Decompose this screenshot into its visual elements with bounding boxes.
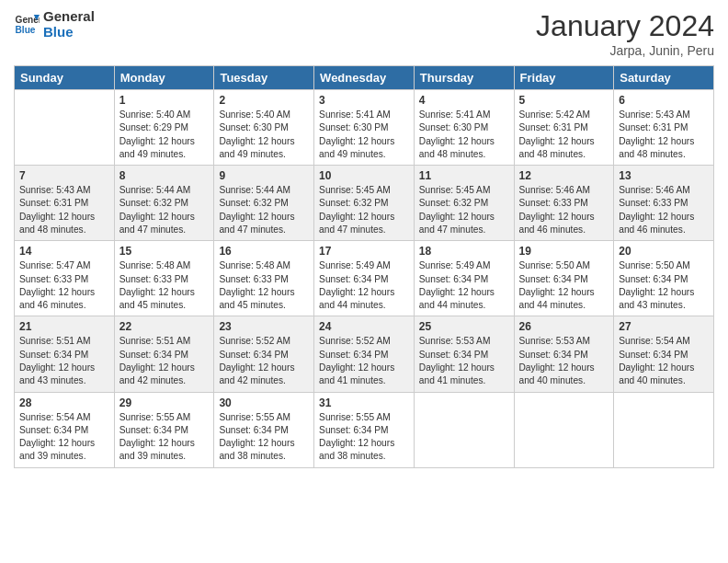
day-number: 9: [219, 169, 309, 182]
calendar-cell: 9Sunrise: 5:44 AMSunset: 6:32 PMDaylight…: [214, 166, 314, 241]
day-number: 15: [119, 245, 210, 258]
day-info-line: Sunrise: 5:54 AM: [619, 336, 690, 346]
day-info-line: Daylight: 12 hours: [319, 136, 394, 146]
day-info-line: Daylight: 12 hours: [219, 438, 294, 448]
day-number: 23: [219, 320, 309, 333]
day-number: 5: [519, 94, 609, 107]
day-info: Sunrise: 5:46 AMSunset: 6:33 PMDaylight:…: [619, 184, 709, 236]
day-info-line: Sunrise: 5:50 AM: [519, 260, 591, 270]
day-info-line: and 39 minutes.: [119, 451, 187, 461]
day-number: 26: [519, 320, 609, 333]
day-info: Sunrise: 5:48 AMSunset: 6:33 PMDaylight:…: [119, 259, 210, 312]
day-info: Sunrise: 5:44 AMSunset: 6:32 PMDaylight:…: [219, 184, 309, 236]
day-info: Sunrise: 5:51 AMSunset: 6:34 PMDaylight:…: [19, 335, 109, 387]
day-info-line: and 47 minutes.: [319, 224, 386, 235]
day-info-line: and 45 minutes.: [219, 300, 286, 310]
calendar-cell: 10Sunrise: 5:45 AMSunset: 6:32 PMDayligh…: [314, 166, 415, 241]
day-info-line: Sunset: 6:34 PM: [119, 350, 188, 360]
day-info: Sunrise: 5:53 AMSunset: 6:34 PMDaylight:…: [519, 335, 609, 387]
day-info-line: Daylight: 12 hours: [219, 136, 294, 146]
day-info-line: Daylight: 12 hours: [119, 136, 195, 146]
day-info-line: Sunrise: 5:51 AM: [19, 336, 91, 346]
day-info-line: Sunrise: 5:52 AM: [219, 336, 290, 346]
day-info-line: Sunset: 6:30 PM: [219, 122, 288, 132]
day-info-line: Daylight: 12 hours: [119, 438, 195, 448]
week-row-1: 1Sunrise: 5:40 AMSunset: 6:29 PMDaylight…: [15, 90, 714, 166]
day-info: Sunrise: 5:40 AMSunset: 6:30 PMDaylight:…: [219, 109, 309, 161]
day-info-line: Daylight: 12 hours: [519, 287, 595, 297]
day-info-line: Sunset: 6:30 PM: [419, 122, 488, 132]
day-info-line: Sunset: 6:33 PM: [619, 198, 688, 208]
calendar-cell: [514, 392, 614, 467]
day-info-line: Daylight: 12 hours: [419, 212, 495, 222]
calendar-cell: 11Sunrise: 5:45 AMSunset: 6:32 PMDayligh…: [414, 166, 514, 241]
day-info-line: and 49 minutes.: [319, 149, 386, 159]
day-info-line: Sunset: 6:31 PM: [619, 122, 688, 132]
calendar-cell: 25Sunrise: 5:53 AMSunset: 6:34 PMDayligh…: [414, 316, 514, 392]
calendar-cell: 23Sunrise: 5:52 AMSunset: 6:34 PMDayligh…: [214, 316, 314, 392]
day-info-line: Sunset: 6:32 PM: [119, 198, 188, 208]
header: General Blue General Blue January 2024 J…: [14, 9, 714, 58]
day-info: Sunrise: 5:45 AMSunset: 6:32 PMDaylight:…: [419, 184, 509, 236]
day-number: 20: [619, 245, 709, 258]
day-info-line: Daylight: 12 hours: [19, 287, 95, 297]
day-info-line: Sunset: 6:34 PM: [619, 274, 688, 284]
day-info-line: Daylight: 12 hours: [219, 287, 294, 297]
month-title: January 2024: [536, 9, 714, 43]
day-info-line: Sunset: 6:33 PM: [519, 198, 588, 208]
day-info: Sunrise: 5:43 AMSunset: 6:31 PMDaylight:…: [19, 184, 109, 236]
day-info-line: and 41 minutes.: [419, 375, 486, 385]
day-info-line: Sunset: 6:34 PM: [419, 350, 488, 360]
day-number: 3: [319, 94, 409, 107]
day-info-line: Sunset: 6:33 PM: [19, 274, 88, 284]
calendar-cell: 22Sunrise: 5:51 AMSunset: 6:34 PMDayligh…: [114, 316, 214, 392]
logo-icon: General Blue: [14, 12, 40, 38]
day-info-line: and 47 minutes.: [419, 224, 486, 235]
day-info-line: Daylight: 12 hours: [619, 212, 694, 222]
day-info: Sunrise: 5:49 AMSunset: 6:34 PMDaylight:…: [419, 259, 509, 312]
day-header-tuesday: Tuesday: [214, 66, 314, 90]
week-row-5: 28Sunrise: 5:54 AMSunset: 6:34 PMDayligh…: [15, 392, 714, 467]
day-info-line: and 47 minutes.: [219, 224, 286, 235]
day-info-line: Sunrise: 5:40 AM: [119, 109, 191, 120]
day-number: 19: [519, 245, 609, 258]
day-info-line: Sunrise: 5:43 AM: [19, 185, 91, 195]
day-number: 13: [619, 169, 709, 182]
day-info-line: Daylight: 12 hours: [619, 362, 694, 373]
day-info-line: Daylight: 12 hours: [119, 287, 195, 297]
day-header-saturday: Saturday: [614, 66, 714, 90]
day-info-line: Daylight: 12 hours: [519, 212, 595, 222]
logo-line1: General: [43, 9, 95, 25]
day-info: Sunrise: 5:45 AMSunset: 6:32 PMDaylight:…: [319, 184, 409, 236]
day-info-line: and 39 minutes.: [19, 451, 86, 461]
day-info: Sunrise: 5:52 AMSunset: 6:34 PMDaylight:…: [319, 335, 409, 387]
day-info-line: Sunrise: 5:41 AM: [419, 109, 491, 120]
day-info: Sunrise: 5:54 AMSunset: 6:34 PMDaylight:…: [619, 335, 709, 387]
day-info-line: Sunrise: 5:52 AM: [319, 336, 391, 346]
day-info-line: Sunset: 6:34 PM: [19, 425, 88, 435]
day-info-line: and 45 minutes.: [119, 300, 187, 310]
logo-line2: Blue: [43, 25, 95, 40]
day-info-line: and 42 minutes.: [219, 375, 286, 385]
day-info-line: Sunrise: 5:55 AM: [119, 412, 191, 422]
week-row-4: 21Sunrise: 5:51 AMSunset: 6:34 PMDayligh…: [15, 316, 714, 392]
calendar-cell: 19Sunrise: 5:50 AMSunset: 6:34 PMDayligh…: [514, 241, 614, 316]
calendar-cell: 29Sunrise: 5:55 AMSunset: 6:34 PMDayligh…: [114, 392, 214, 467]
day-info: Sunrise: 5:41 AMSunset: 6:30 PMDaylight:…: [419, 109, 509, 161]
day-info-line: Sunrise: 5:53 AM: [519, 336, 591, 346]
day-info-line: Daylight: 12 hours: [419, 287, 495, 297]
day-number: 11: [419, 169, 509, 182]
day-info-line: and 46 minutes.: [519, 224, 586, 235]
day-number: 29: [119, 396, 210, 409]
location-subtitle: Jarpa, Junin, Peru: [536, 43, 714, 58]
calendar-cell: 28Sunrise: 5:54 AMSunset: 6:34 PMDayligh…: [15, 392, 115, 467]
day-number: 21: [19, 320, 109, 333]
day-info: Sunrise: 5:49 AMSunset: 6:34 PMDaylight:…: [319, 259, 409, 312]
day-info-line: Sunrise: 5:41 AM: [319, 109, 391, 120]
day-info-line: Daylight: 12 hours: [619, 287, 694, 297]
day-info: Sunrise: 5:55 AMSunset: 6:34 PMDaylight:…: [119, 411, 210, 464]
day-info-line: and 48 minutes.: [419, 149, 486, 159]
day-number: 28: [19, 396, 109, 409]
day-info-line: and 38 minutes.: [219, 451, 286, 461]
day-info-line: Sunrise: 5:45 AM: [319, 185, 391, 195]
